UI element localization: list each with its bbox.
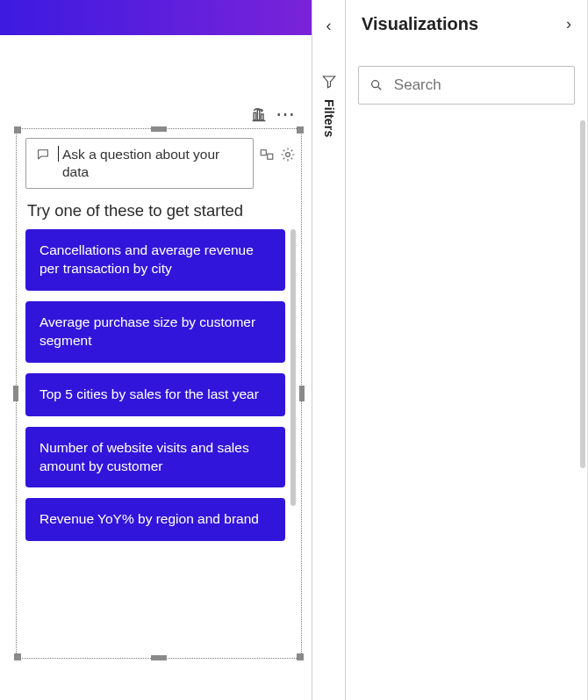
qna-placeholder-text: Ask a question about your data: [62, 146, 244, 181]
svg-rect-0: [254, 112, 256, 119]
resize-handle[interactable]: [14, 653, 21, 660]
format-search[interactable]: [358, 66, 575, 105]
page-header-bar: [0, 0, 312, 35]
qna-suggestion[interactable]: Top 5 cities by sales for the last year: [25, 373, 285, 416]
svg-point-5: [286, 153, 290, 157]
resize-handle[interactable]: [297, 126, 304, 134]
chat-bubble-icon: [35, 148, 51, 162]
filters-label: Filters: [322, 99, 336, 137]
resize-handle[interactable]: [151, 126, 167, 132]
funnel-icon: [321, 74, 337, 92]
qna-visual-container[interactable]: Ask a question about your data: [16, 128, 302, 659]
visualizations-title: Visualizations: [362, 14, 478, 34]
svg-rect-4: [268, 154, 273, 159]
qna-suggestion[interactable]: Cancellations and average revenue per tr…: [25, 229, 285, 291]
resize-handle[interactable]: [14, 126, 21, 134]
svg-rect-2: [262, 114, 264, 120]
resize-handle[interactable]: [297, 653, 304, 660]
qna-suggestion[interactable]: Average purchase size by customer segmen…: [25, 301, 285, 363]
visual-bar-icon[interactable]: [250, 105, 268, 123]
svg-rect-1: [257, 110, 260, 120]
format-scrollbar[interactable]: [580, 120, 585, 468]
resize-handle[interactable]: [13, 386, 18, 401]
qna-suggestion[interactable]: Number of website visits and sales amoun…: [25, 427, 285, 488]
qna-suggestion[interactable]: Revenue YoY% by region and brand: [25, 498, 285, 541]
resize-handle[interactable]: [151, 655, 167, 660]
qna-try-one-label: Try one of these to get started: [27, 201, 294, 220]
chevron-right-icon[interactable]: ›: [566, 15, 571, 33]
qna-input[interactable]: Ask a question about your data: [25, 138, 254, 189]
svg-rect-3: [261, 150, 266, 155]
visual-more-options-icon[interactable]: [276, 105, 294, 123]
chevron-left-icon[interactable]: ‹: [326, 18, 332, 33]
visual-header-toolbar: [250, 105, 294, 123]
format-search-input[interactable]: [392, 76, 563, 95]
suggestions-scrollbar[interactable]: [290, 229, 296, 506]
convert-to-visual-icon[interactable]: [259, 147, 275, 162]
resize-handle[interactable]: [299, 386, 305, 401]
gear-icon[interactable]: [280, 147, 296, 162]
filters-pane-collapsed[interactable]: ‹ Filters: [312, 0, 346, 700]
report-canvas: Ask a question about your data: [0, 0, 312, 700]
visualizations-pane: Visualizations ›: [346, 0, 588, 700]
search-icon: [369, 77, 384, 93]
svg-point-6: [372, 81, 379, 88]
